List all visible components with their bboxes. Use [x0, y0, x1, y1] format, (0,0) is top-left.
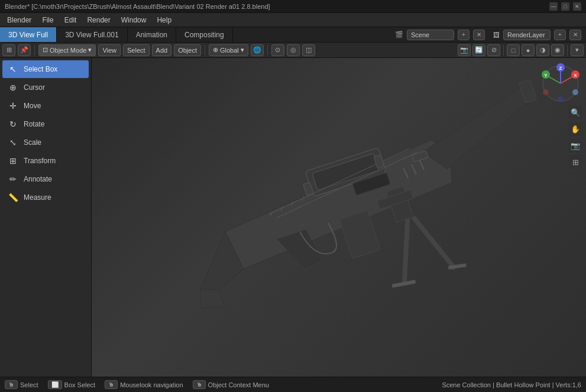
scene-input[interactable]	[407, 30, 454, 40]
select-box-icon: ↖	[7, 63, 19, 75]
navigation-gizmo[interactable]: Z X Y	[540, 63, 581, 104]
scene-close-icon[interactable]: ✕	[473, 30, 485, 40]
tool-select-box-label: Select Box	[24, 65, 57, 73]
tool-measure[interactable]: 📏 Measure	[2, 189, 89, 206]
wireframe-icon[interactable]: □	[507, 44, 520, 56]
gizmo-icon[interactable]: 🔄	[472, 44, 485, 56]
menu-window[interactable]: Window	[116, 15, 151, 25]
tool-move[interactable]: ✛ Move	[2, 97, 89, 115]
object-menu[interactable]: Object	[174, 44, 201, 56]
select-label: Select	[20, 381, 38, 388]
separator-5	[567, 45, 568, 56]
window-controls: — □ ✕	[549, 2, 581, 11]
chevron-down-icon: ▾	[88, 46, 92, 54]
overlay-icon[interactable]: ⊘	[487, 44, 500, 56]
status-context-menu: 🖱 Object Context Menu	[193, 380, 269, 389]
chevron-pivot-icon: ▾	[241, 46, 244, 54]
add-menu[interactable]: Add	[152, 44, 172, 56]
mode-label: Object Mode	[50, 47, 86, 54]
grid-icon[interactable]: ⊞	[568, 155, 582, 169]
menu-render[interactable]: Render	[82, 15, 115, 25]
solid-icon[interactable]: ●	[522, 44, 535, 56]
workspace-tabs: 3D View Full 3D View Full.001 Animation …	[0, 27, 586, 43]
svg-point-32	[543, 89, 549, 95]
status-right-info: Scene Collection | Bullet Hollow Point |…	[442, 381, 581, 388]
gizmo-y-label: Y	[544, 73, 548, 78]
mode-dropdown[interactable]: ⊡ Object Mode ▾	[38, 44, 96, 56]
select-menu[interactable]: Select	[123, 44, 150, 56]
camera-view-icon[interactable]: 📷	[568, 138, 582, 153]
cursor-icon: ⊕	[7, 82, 19, 93]
editor-type-icon[interactable]: ⊞	[2, 44, 15, 56]
tool-rotate[interactable]: ↻ Rotate	[2, 115, 89, 133]
tool-transform-label: Transform	[24, 157, 56, 165]
minimize-button[interactable]: —	[549, 2, 558, 11]
gizmo-z-label: Z	[559, 66, 562, 71]
mouselook-label: Mouselook navigation	[120, 381, 183, 388]
mirror-icon[interactable]: ◫	[302, 44, 315, 56]
pivot-icon: ⊕	[213, 46, 218, 54]
menu-file[interactable]: File	[37, 15, 58, 25]
tool-rotate-label: Rotate	[24, 120, 44, 128]
tool-scale-label: Scale	[24, 138, 41, 147]
scale-icon: ⤡	[7, 137, 19, 148]
menu-edit[interactable]: Edit	[60, 15, 82, 25]
tool-select-box[interactable]: ↖ Select Box	[2, 60, 89, 78]
separator-1	[34, 45, 35, 56]
tab-compositing[interactable]: Compositing	[176, 27, 233, 42]
tool-cursor[interactable]: ⊕ Cursor	[2, 79, 89, 96]
status-mouselook: 🖱 Mouselook navigation	[105, 380, 183, 389]
view-menu[interactable]: View	[98, 44, 121, 56]
editor-settings-icon[interactable]: ▾	[571, 44, 584, 56]
close-button[interactable]: ✕	[573, 2, 581, 11]
view-camera-icon[interactable]: 📷	[458, 44, 471, 56]
pan-icon[interactable]: ✋	[568, 122, 582, 136]
box-select-key-icon: ⬜	[48, 380, 62, 389]
menu-blender[interactable]: Blender	[2, 15, 36, 25]
proportional-edit-icon[interactable]: ◎	[287, 44, 300, 56]
zoom-icon[interactable]: 🔍	[568, 105, 582, 119]
mode-icon: ⊡	[43, 46, 48, 54]
title-bar: Blender* [C:\moth3r\Projects\ZBrush\Almo…	[0, 0, 586, 13]
select-key-icon: 🖱	[5, 380, 18, 389]
rendered-icon[interactable]: ◉	[551, 44, 564, 56]
tab-3dview-full[interactable]: 3D View Full	[0, 27, 57, 42]
status-bar: 🖱 Select ⬜ Box Select 🖱 Mouselook naviga…	[0, 377, 586, 392]
window-title: Blender* [C:\moth3r\Projects\ZBrush\Almo…	[5, 3, 270, 10]
mouselook-key-icon: 🖱	[105, 380, 118, 389]
separator-3	[267, 45, 268, 56]
tool-move-label: Move	[24, 102, 41, 110]
tab-3dview-full-001[interactable]: 3D View Full.001	[57, 27, 128, 42]
renderlayer-add-icon[interactable]: +	[554, 30, 566, 40]
tool-transform[interactable]: ⊞ Transform	[2, 152, 89, 170]
renderlayer-close-icon[interactable]: ✕	[569, 30, 581, 40]
left-toolbar: ↖ Select Box ⊕ Cursor ✛ Move ↻ Rotate ⤡ …	[0, 58, 92, 377]
viewport-header: ⊞ 📌 ⊡ Object Mode ▾ View Select Add Obje…	[0, 43, 586, 58]
menu-help[interactable]: Help	[152, 15, 176, 25]
maximize-button[interactable]: □	[561, 2, 569, 11]
main-area: ↖ Select Box ⊕ Cursor ✛ Move ↻ Rotate ⤡ …	[0, 58, 586, 377]
scene-add-icon[interactable]: +	[458, 30, 470, 40]
tool-scale[interactable]: ⤡ Scale	[2, 134, 89, 151]
tool-annotate[interactable]: ✏ Annotate	[2, 170, 89, 188]
gizmo-x-label: X	[574, 73, 577, 78]
status-select: 🖱 Select	[5, 380, 38, 389]
snap-icon[interactable]: ⊙	[271, 44, 284, 56]
pivot-label: Global	[220, 47, 239, 54]
transform-pivot[interactable]: ⊕ Global ▾	[209, 44, 248, 56]
tab-animation[interactable]: Animation	[128, 27, 176, 42]
transform-orientation-icon[interactable]: 🌐	[251, 44, 264, 56]
context-menu-label: Object Context Menu	[208, 381, 269, 388]
material-icon[interactable]: ◑	[536, 44, 549, 56]
pin-icon[interactable]: 📌	[18, 44, 31, 56]
rotate-icon: ↻	[7, 118, 19, 130]
box-select-label: Box Select	[64, 381, 96, 388]
3d-viewport[interactable]: Z X Y 🔍 ✋ 📷 ⊞	[92, 58, 586, 377]
move-icon: ✛	[7, 100, 19, 112]
separator-4	[503, 45, 504, 56]
viewport-navigation-icons: 🔍 ✋ 📷 ⊞	[568, 105, 582, 169]
tool-cursor-label: Cursor	[24, 83, 45, 92]
annotate-icon: ✏	[7, 173, 19, 185]
status-box-select: ⬜ Box Select	[48, 380, 96, 389]
renderlayer-input[interactable]	[503, 30, 551, 40]
